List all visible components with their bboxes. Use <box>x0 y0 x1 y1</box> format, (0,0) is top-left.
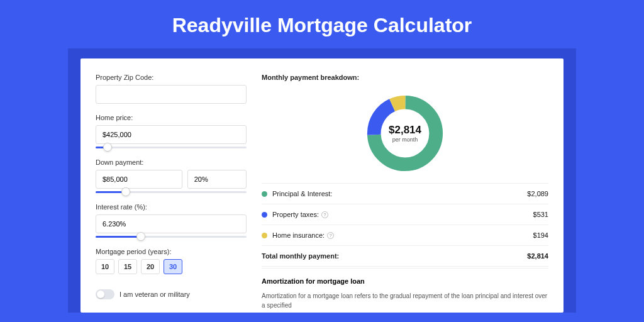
legend-row-principal: Principal & Interest: $2,089 <box>262 184 548 204</box>
page-title: Readyville Mortgage Calculator <box>0 0 644 48</box>
form-column: Property Zip Code: Home price: Down paym… <box>96 74 247 313</box>
donut-center: $2,814 per month <box>364 92 446 174</box>
donut-chart-wrap: $2,814 per month <box>262 87 548 183</box>
legend-dot-icon <box>262 191 267 197</box>
legend-row-total: Total monthly payment: $2,814 <box>262 246 548 267</box>
down-payment-pct-input[interactable] <box>187 170 247 189</box>
down-payment-slider[interactable] <box>96 191 247 193</box>
home-price-group: Home price: <box>96 114 247 148</box>
info-icon[interactable]: ? <box>321 211 328 218</box>
interest-slider[interactable] <box>96 236 247 238</box>
legend-row-taxes: Property taxes: ? $531 <box>262 204 548 225</box>
zip-input[interactable] <box>96 85 247 104</box>
home-price-slider[interactable] <box>96 147 247 148</box>
period-15-button[interactable]: 15 <box>118 259 137 274</box>
donut-sub: per month <box>392 136 418 143</box>
amortization-section: Amortization for mortgage loan Amortizat… <box>262 268 548 310</box>
info-icon[interactable]: ? <box>327 232 334 239</box>
toggle-knob-icon <box>97 291 104 298</box>
legend: Principal & Interest: $2,089 Property ta… <box>262 183 548 267</box>
slider-thumb-icon[interactable] <box>136 232 145 241</box>
down-payment-label: Down payment: <box>96 158 247 166</box>
period-10-button[interactable]: 10 <box>96 259 114 274</box>
veteran-toggle[interactable] <box>96 289 114 299</box>
period-20-button[interactable]: 20 <box>141 259 160 274</box>
period-group: Mortgage period (years): 10 15 20 30 <box>96 248 247 274</box>
home-price-label: Home price: <box>96 114 247 121</box>
breakdown-column: Monthly payment breakdown: $2,814 per mo… <box>262 74 548 313</box>
legend-value-principal: $2,089 <box>527 190 548 197</box>
down-payment-group: Down payment: <box>96 158 247 193</box>
interest-group: Interest rate (%): <box>96 203 247 238</box>
zip-group: Property Zip Code: <box>96 74 247 104</box>
donut-chart: $2,814 per month <box>364 92 446 174</box>
amortization-title: Amortization for mortgage loan <box>262 277 548 285</box>
legend-dot-icon <box>262 212 267 218</box>
donut-amount: $2,814 <box>389 124 421 136</box>
legend-value-total: $2,814 <box>527 252 548 260</box>
legend-value-taxes: $531 <box>533 211 548 218</box>
legend-row-insurance: Home insurance: ? $194 <box>262 225 548 246</box>
legend-dot-icon <box>262 233 267 238</box>
legend-value-insurance: $194 <box>533 231 548 239</box>
interest-input[interactable] <box>96 214 247 233</box>
interest-label: Interest rate (%): <box>96 203 247 211</box>
calculator-card: Property Zip Code: Home price: Down paym… <box>80 58 564 313</box>
period-buttons: 10 15 20 30 <box>96 259 247 274</box>
breakdown-title: Monthly payment breakdown: <box>262 74 548 81</box>
legend-label-insurance: Home insurance: ? <box>272 231 533 239</box>
slider-thumb-icon[interactable] <box>103 143 112 152</box>
veteran-label: I am veteran or military <box>119 291 190 298</box>
legend-label-taxes: Property taxes: ? <box>272 211 533 218</box>
zip-label: Property Zip Code: <box>96 74 247 81</box>
home-price-input[interactable] <box>96 125 247 144</box>
period-30-button[interactable]: 30 <box>164 259 182 274</box>
legend-label-total: Total monthly payment: <box>262 252 527 260</box>
veteran-row: I am veteran or military <box>96 289 247 299</box>
content-stripe: Property Zip Code: Home price: Down paym… <box>68 48 576 313</box>
period-label: Mortgage period (years): <box>96 248 247 255</box>
amortization-body: Amortization for a mortgage loan refers … <box>262 291 548 310</box>
legend-label-principal: Principal & Interest: <box>272 190 527 197</box>
down-payment-input[interactable] <box>96 170 182 189</box>
slider-thumb-icon[interactable] <box>121 187 130 196</box>
